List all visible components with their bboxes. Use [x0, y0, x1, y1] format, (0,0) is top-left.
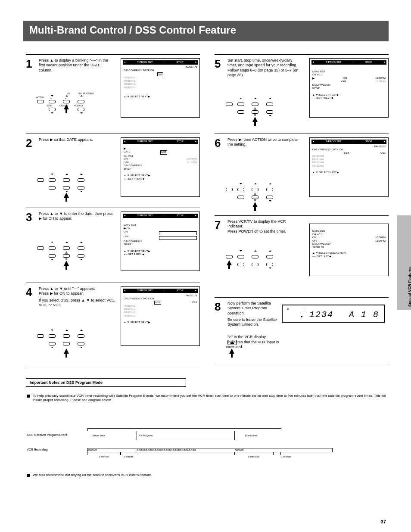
btn-g[interactable] [78, 186, 84, 190]
b7[interactable] [78, 254, 84, 258]
s: SP/EP SP [312, 246, 386, 249]
btn-ch-dn[interactable] [78, 108, 84, 111]
btn-c[interactable] [49, 186, 56, 190]
d: DAILY/WEEKLY [312, 84, 386, 87]
d: 9/28 [154, 301, 161, 305]
b5[interactable] [252, 263, 258, 266]
left-column: 1 Press ▲ to display a blinking "----" i… [26, 54, 200, 366]
c5 [269, 115, 271, 116]
b2[interactable] [49, 334, 56, 338]
dss-label: DSS Receiver Program Event [27, 433, 67, 436]
arrow-blk [64, 261, 69, 266]
chev [51, 174, 53, 175]
c2 [51, 259, 53, 260]
b5[interactable] [252, 110, 258, 114]
step-3-text: Press ▲ or ▼ to enter the date, then pre… [39, 212, 113, 221]
tv-program-box: TV Program [137, 431, 235, 440]
b1[interactable] [226, 188, 233, 191]
rc: CH VC1 [124, 155, 197, 158]
r2: CH VC1 [312, 73, 386, 77]
b6[interactable] [266, 188, 273, 191]
b5[interactable] [252, 196, 258, 199]
b7[interactable] [78, 342, 84, 345]
lbl-add: ADD/DLT [74, 105, 83, 107]
c5 [269, 200, 271, 202]
btn-d[interactable] [63, 178, 70, 182]
b6[interactable] [78, 334, 84, 338]
b2[interactable] [237, 255, 244, 258]
btn-up[interactable] [63, 100, 70, 103]
pg: PAGE:1/3 [186, 294, 197, 298]
oft: 11:00PM [375, 240, 386, 243]
scr-pending-2: PENDING [124, 80, 197, 83]
lbl-minus: − [50, 97, 52, 100]
b5[interactable] [63, 254, 70, 258]
t2: STOP [177, 289, 184, 292]
p1: PENDING [312, 155, 386, 158]
b3[interactable] [237, 263, 244, 266]
c: VC1 [192, 301, 197, 305]
d: 9/28 [344, 152, 349, 155]
button-cluster-3 [37, 242, 109, 270]
b5[interactable] [63, 342, 70, 345]
h: ▲ ▼:SELECT NEXT:▶ [124, 321, 197, 324]
btn-ch-up[interactable] [78, 100, 84, 103]
vcr-aux: A 1 8 [349, 310, 379, 320]
b3[interactable] [237, 196, 244, 199]
scr-blank-date: ---- [157, 72, 163, 77]
btn-down[interactable] [49, 100, 56, 103]
b4[interactable] [252, 255, 258, 258]
ab [252, 202, 258, 207]
btn-e[interactable] [63, 186, 70, 190]
side-tab: Special VCR Features [397, 215, 411, 310]
btn-b[interactable] [49, 178, 56, 182]
b4[interactable] [63, 334, 70, 338]
step-7-text: Press VCR/TV to display the VCR Indicato… [227, 219, 302, 234]
b3[interactable] [237, 110, 244, 114]
note-2-text: We also recommend not relying on the sat… [33, 473, 393, 477]
of: OFF [312, 240, 318, 243]
b6[interactable] [266, 255, 273, 258]
b7[interactable] [266, 110, 273, 114]
b3[interactable] [49, 342, 56, 345]
c4 [269, 183, 271, 184]
screen-list3: ● T-PROG SET: STOP ● PAGE:1/3 DAILY/WEEK… [309, 137, 389, 197]
step-3: 3 Press ▲ or ▼ to enter the date, then p… [26, 208, 200, 283]
b7[interactable] [266, 263, 273, 266]
r1: DATE 9/28 [124, 224, 197, 227]
seg-post: ////////////// [235, 448, 281, 452]
cols: DAILY/WEEKLY DATE CH [124, 297, 197, 301]
btn-a[interactable] [37, 178, 44, 182]
btn-action[interactable] [37, 100, 44, 103]
b1[interactable] [226, 255, 233, 258]
t2: STOP [365, 140, 372, 143]
chev-dn3 [80, 191, 83, 192]
b4[interactable] [252, 103, 258, 106]
timeline-diagram: DSS Receiver Program Event TV Program Bl… [87, 428, 333, 460]
c3 [65, 242, 68, 243]
b1[interactable] [37, 246, 44, 250]
b1[interactable] [37, 334, 44, 338]
c3 [254, 183, 257, 184]
c1 [240, 183, 242, 184]
b2[interactable] [49, 246, 56, 250]
b1[interactable] [226, 103, 233, 106]
b2[interactable] [237, 188, 244, 191]
b7[interactable] [266, 196, 273, 199]
eject-button[interactable] [227, 340, 237, 345]
b6[interactable] [266, 103, 273, 106]
scr-pending-4: PENDING [124, 86, 197, 90]
h1: ▲ ▼:SELECT END:ACTION [312, 252, 386, 255]
b3[interactable] [49, 254, 56, 258]
p4: PENDING [124, 314, 197, 318]
p4: PENDING [312, 165, 386, 168]
b4[interactable] [252, 188, 258, 191]
vcr-lcd-display: ▭ ▶ 1234 A 1 8 [282, 305, 385, 323]
b6[interactable] [78, 246, 84, 250]
b4[interactable] [63, 246, 70, 250]
btn-end[interactable] [49, 108, 56, 111]
eject-arrow [229, 348, 234, 354]
b2[interactable] [237, 103, 244, 106]
btn-f[interactable] [78, 178, 84, 182]
bullet-1-icon [27, 395, 30, 398]
